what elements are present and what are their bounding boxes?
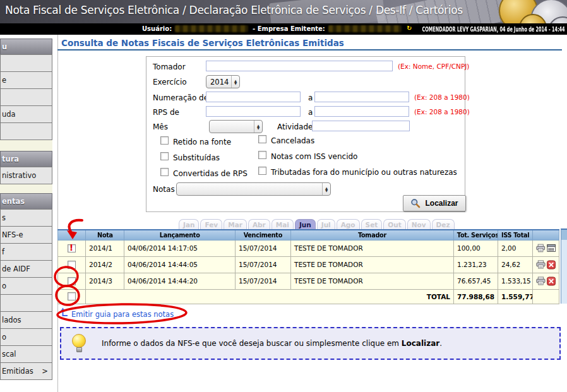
row3-checkbox[interactable] [68, 277, 76, 285]
row1-checkbox[interactable] [68, 244, 76, 252]
atividade-input[interactable] [312, 121, 410, 131]
row2-iss-total: 24,62 [498, 256, 533, 273]
notas-label: Notas [153, 185, 175, 194]
tab-jan[interactable]: Jan [179, 219, 199, 229]
row3-nota: 2014/3 [86, 273, 124, 289]
sidebar-item[interactable] [0, 54, 52, 72]
exercicio-label: Exercício [153, 78, 187, 86]
row1-nota: 2014/1 [86, 240, 124, 256]
substituidas-label: Substituídas [173, 153, 220, 162]
row2-vencimento: 15/07/2014 [236, 256, 291, 273]
localizar-label: Localizar [425, 199, 458, 208]
nfse-app-window: Nota Fiscal de Serviços Eletrônica / Dec… [0, 0, 567, 392]
tab-fev[interactable]: Fev [200, 219, 222, 229]
sidebar-header-prefeitura: tura [0, 151, 52, 167]
canceladas-label: Canceladas [271, 136, 314, 145]
row2-nota: 2014/2 [86, 256, 124, 273]
numeracao-de-input[interactable] [206, 92, 301, 102]
guia-icon[interactable] [547, 244, 556, 252]
emitir-guia-label: Emitir guia para estas notas [71, 310, 174, 319]
sidebar-item[interactable] [0, 294, 52, 312]
sidebar-item-aidf[interactable]: de AIDF [0, 260, 52, 278]
results-table: Nota Lançamento Vencimento Tomador Tot. … [57, 229, 559, 304]
tab-ago[interactable]: Ago [337, 219, 360, 229]
sidebar-item-nfse[interactable]: NFS-e [0, 226, 52, 244]
info-box: Informe o dados da NFS-e que você deseja… [60, 327, 561, 360]
search-form: Tomador (Ex: Nome, CPF/CNPJ) Exercício 2… [146, 56, 465, 212]
sidebar-item-fiscal[interactable]: scal [0, 345, 52, 363]
header-actions-col [533, 230, 559, 240]
row3-lancamento: 04/06/2014 14:44:20 [124, 273, 236, 289]
row2-checkbox[interactable] [68, 261, 76, 269]
sidebar-item[interactable]: o [0, 328, 52, 346]
user-value-censored [175, 25, 248, 32]
mes-select[interactable]: ▲▼ [209, 120, 263, 133]
header-iss-total: ISS Total [498, 230, 533, 240]
rps-hint: (Ex: 208 a 1980) [414, 108, 470, 116]
iss-vencido-checkbox[interactable] [258, 151, 266, 159]
row1-lancamento: 04/06/2014 14:17:05 [124, 240, 236, 256]
sidebar-item-emitidas[interactable]: Emitidas > [0, 362, 52, 380]
sidebar-item[interactable] [0, 88, 52, 106]
user-label: Usuário: [142, 25, 172, 32]
sidebar-item-administrativo[interactable]: nistrativo [0, 167, 52, 184]
convertidas-label: Convertidas de RPS [173, 169, 248, 178]
sidebar-item[interactable]: e [0, 71, 52, 89]
sidebar-item-ajuda[interactable]: uda [0, 105, 52, 123]
cancel-icon[interactable] [547, 276, 556, 286]
rps-a-input[interactable] [314, 106, 409, 117]
tab-jun-selected[interactable]: Jun [295, 219, 316, 229]
table-row: 2014/3 04/06/2014 14:44:20 15/07/2014 TE… [58, 273, 559, 289]
tab-mar[interactable]: Mar [224, 219, 247, 229]
tab-jul[interactable]: Jul [317, 219, 335, 229]
row2-lancamento: 04/06/2014 14:44:05 [124, 256, 236, 273]
search-icon [410, 198, 421, 208]
atividade-label: Atividade [277, 122, 313, 131]
convertidas-checkbox[interactable] [160, 168, 169, 176]
sidebar-item[interactable] [0, 122, 52, 140]
rps-de-input[interactable] [206, 106, 301, 117]
page-title: Consulta de Notas Fiscais de Serviços El… [61, 38, 344, 48]
print-icon[interactable] [536, 244, 546, 252]
sidebar-item[interactable]: o [0, 277, 52, 295]
cancel-icon[interactable] [547, 260, 556, 270]
tab-dez[interactable]: Dez [432, 219, 455, 229]
row1-tomador: TESTE DE TOMADOR [291, 240, 454, 256]
sidebar-item[interactable]: lados [0, 311, 52, 329]
exercicio-value: 2014 [206, 78, 231, 86]
tab-mai[interactable]: Mai [272, 219, 294, 229]
numeracao-hint: (Ex: 208 a 1980) [414, 93, 470, 101]
exercicio-select[interactable]: 2014 ▲▼ [206, 75, 240, 88]
select-all-checkbox[interactable] [68, 292, 76, 300]
emitir-guia-link[interactable]: Emitir guia para estas notas [60, 307, 174, 319]
stepper-icon: ▲▼ [322, 183, 330, 195]
substituidas-checkbox[interactable] [160, 152, 169, 160]
sidebar-header-menu: u [0, 39, 52, 55]
tomador-input[interactable] [206, 61, 393, 71]
arrow-up-icon [60, 307, 69, 317]
print-icon[interactable] [536, 260, 546, 269]
tributadas-checkbox[interactable] [258, 167, 266, 175]
tab-set[interactable]: Set [361, 219, 383, 229]
numeracao-a-input[interactable] [314, 92, 409, 102]
refresh-icon[interactable]: ↻ [407, 25, 412, 32]
notas-select[interactable]: ▲▼ [176, 182, 331, 196]
header-nota: Nota [86, 230, 124, 240]
sidebar-item-label: Emitidas [2, 363, 33, 379]
stepper-icon: ▲▼ [231, 76, 239, 88]
retido-checkbox[interactable] [160, 136, 169, 145]
print-icon[interactable] [536, 276, 546, 285]
tab-nov[interactable]: Nov [407, 219, 431, 229]
title-divider [57, 49, 562, 50]
row2-tot-servicos: 1.231,23 [454, 256, 498, 273]
total-label: TOTAL [86, 289, 454, 304]
tab-abr[interactable]: Abr [248, 219, 270, 229]
localizar-button[interactable]: Localizar [403, 195, 466, 211]
stepper-icon: ▲▼ [254, 121, 262, 133]
canceladas-checkbox[interactable] [258, 135, 266, 143]
mes-label: Mês [153, 122, 168, 131]
sidebar-item[interactable]: s [0, 209, 52, 227]
lightbulb-icon [71, 334, 88, 353]
sidebar-item[interactable]: f [0, 243, 52, 261]
tab-out[interactable]: Out [383, 219, 405, 229]
